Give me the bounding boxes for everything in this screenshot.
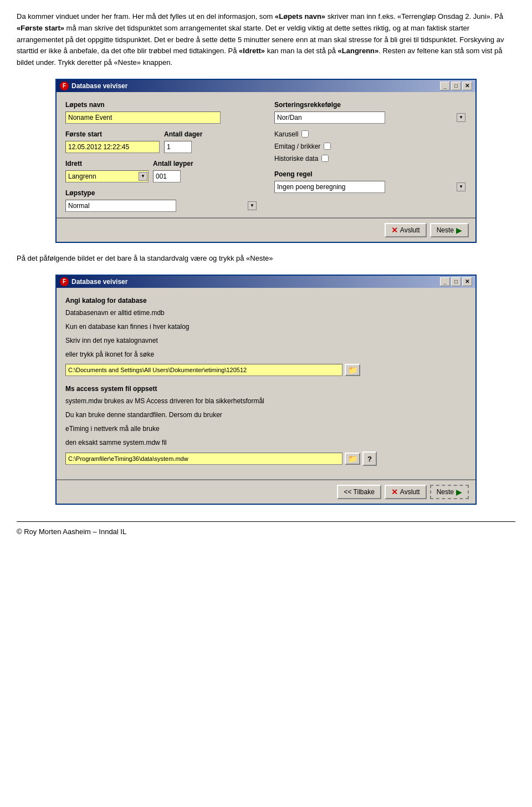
dialog1-wrapper: F Database veiviser _ □ ✕ Løpets navn	[55, 79, 477, 243]
titlebar-left: F Database veiviser	[60, 81, 127, 91]
restore-button[interactable]: □	[451, 82, 461, 90]
dialog2-restore-button[interactable]: □	[451, 277, 461, 286]
dialog2-cancel-button[interactable]: ✕ Avslutt	[385, 485, 427, 499]
dialog1-footer: ✕ Avslutt Neste ▶	[57, 217, 475, 242]
antall-dager-input[interactable]	[164, 141, 192, 153]
msaccess-line1: system.mdw brukes av MS Access driveren …	[65, 396, 467, 407]
lopets-navn-input[interactable]	[65, 111, 221, 124]
dialog2-wrapper: F Database veiviser _ □ ✕ Angi katalog f…	[55, 275, 477, 505]
copyright-section: © Roy Morten Aasheim – Inndal IL	[17, 521, 515, 537]
dialog2: F Database veiviser _ □ ✕ Angi katalog f…	[55, 275, 477, 505]
between-paragraph: På det påfølgende bildet er det bare å l…	[17, 253, 515, 265]
dialog2-title-icon: F	[60, 277, 69, 286]
dialog2-titlebar-left: F Database veiviser	[60, 277, 127, 287]
dialog2-cancel-icon: ✕	[391, 488, 398, 496]
idrett-select-wrapper: Langrenn ▼	[65, 170, 149, 182]
browse-mdw-button[interactable]: 📁	[345, 453, 360, 465]
copyright-text: © Roy Morten Aasheim – Inndal IL	[17, 527, 126, 536]
idrett-loper-row: Idrett Langrenn ▼ Antall løyper	[65, 159, 258, 182]
minimize-button[interactable]: _	[440, 82, 450, 90]
para1-cont3: kan man la det stå på	[265, 47, 338, 55]
dialog2-next-button[interactable]: Neste ▶	[430, 485, 469, 499]
catalog-line4: eller trykk på ikonet for å søke	[65, 349, 467, 360]
catalog-line2: Kun en database kan finnes i hver katalo…	[65, 322, 467, 332]
dialog1-title: Database veiviser	[71, 81, 127, 91]
msaccess-section: Ms access system fil oppsett system.mdw …	[65, 384, 467, 466]
dialog2-back-label: << Tilbake	[344, 488, 374, 496]
lostype-select-arrow: ▼	[248, 201, 257, 210]
idrett-label: Idrett	[65, 159, 149, 169]
forste-start-input[interactable]	[65, 141, 160, 153]
title-icon: F	[60, 82, 69, 90]
dialog1-titlebar: F Database veiviser _ □ ✕	[57, 80, 475, 92]
form-columns: Løpets navn Første start Antall dager	[65, 100, 467, 212]
path1-row: 📁	[65, 364, 467, 376]
msaccess-line2: Du kan bruke denne standardfilen. Dersom…	[65, 410, 467, 420]
antall-loper-input[interactable]	[153, 170, 181, 182]
antall-dager-group: Antall dager	[164, 129, 202, 153]
dialog1: F Database veiviser _ □ ✕ Løpets navn	[55, 79, 477, 243]
dialog1-body: Løpets navn Første start Antall dager	[57, 92, 475, 217]
lostype-group: Løpstype Normal ▼	[65, 188, 258, 212]
dialog2-close-button[interactable]: ✕	[462, 277, 472, 286]
next-icon: ▶	[456, 226, 462, 235]
dialog2-body: Angi katalog for database Databasenavn e…	[57, 288, 475, 480]
historiske-checkbox[interactable]	[321, 155, 329, 162]
idrett-select[interactable]: Langrenn	[65, 170, 149, 182]
karusell-checkbox[interactable]	[301, 130, 309, 138]
dialog2-minimize-button[interactable]: _	[440, 277, 450, 286]
lostype-select[interactable]: Normal	[65, 200, 176, 212]
dialog1-next-button[interactable]: Neste ▶	[430, 223, 469, 237]
poeng-group: Poeng regel Ingen poeng beregning ▼	[274, 169, 467, 193]
dialog2-titlebar-buttons[interactable]: _ □ ✕	[440, 277, 472, 286]
sortering-select[interactable]: Nor/Dan	[274, 111, 385, 124]
dialog2-title: Database veiviser	[71, 277, 127, 287]
catalog-line3: Skriv inn det nye katalognavnet	[65, 336, 467, 346]
poeng-select[interactable]: Ingen poeng beregning	[274, 181, 385, 193]
para2-text: På det påfølgende bildet er det bare å l…	[17, 253, 515, 265]
lopets-navn-group: Løpets navn	[65, 100, 258, 124]
idrett-group: Idrett Langrenn ▼	[65, 159, 149, 182]
cancel-icon: ✕	[391, 226, 398, 235]
lostype-label: Løpstype	[65, 188, 258, 198]
dialog1-cancel-label: Avslutt	[400, 226, 420, 234]
browse-folder-button[interactable]: 📁	[345, 364, 360, 376]
lostype-select-wrapper: Normal ▼	[65, 200, 258, 212]
catalog-section: Angi katalog for database Databasenavn e…	[65, 296, 467, 376]
historiske-row: Historiske data	[274, 154, 467, 164]
right-column: Sorteringsrekkefølge Nor/Dan ▼ Karusell	[274, 100, 467, 212]
dialog2-footer: << Tilbake ✕ Avslutt Neste ▶	[57, 479, 475, 504]
forste-start-bold: «Første start»	[17, 24, 64, 32]
dialog2-next-label: Neste	[437, 488, 454, 496]
help-button[interactable]: ?	[362, 451, 377, 466]
left-column: Løpets navn Første start Antall dager	[65, 100, 258, 212]
titlebar-buttons[interactable]: _ □ ✕	[440, 82, 472, 90]
dialog2-back-button[interactable]: << Tilbake	[337, 485, 381, 499]
poeng-select-wrapper: Ingen poeng beregning ▼	[274, 181, 467, 193]
path2-input[interactable]	[65, 453, 342, 465]
langrenn-bold: «Langrenn»	[338, 47, 379, 55]
dialog2-titlebar: F Database veiviser _ □ ✕	[57, 276, 475, 288]
catalog-section-title: Angi katalog for database	[65, 296, 467, 306]
emitag-row: Emitag / brikker	[274, 141, 467, 151]
dialog2-next-icon: ▶	[456, 488, 462, 496]
karusell-row: Karusell	[274, 129, 467, 139]
emitag-checkbox[interactable]	[324, 143, 331, 150]
historiske-label: Historiske data	[274, 154, 318, 164]
para1-text: Da kommer vinduet under her fram. Her må…	[17, 12, 275, 21]
lopets-navn-label: Løpets navn	[65, 100, 258, 110]
lopets-navn-bold: «Løpets navn»	[275, 12, 325, 21]
para1-cont: skriver man inn f.eks. «Terrengløp Onsda…	[325, 12, 503, 21]
intro-paragraph: Da kommer vinduet under her fram. Her må…	[17, 11, 515, 69]
poeng-label: Poeng regel	[274, 169, 467, 179]
poeng-select-arrow: ▼	[457, 182, 466, 191]
antall-loper-group: Antall løyper	[153, 159, 193, 182]
forste-start-label: Første start	[65, 129, 160, 139]
dialog1-cancel-button[interactable]: ✕ Avslutt	[385, 223, 427, 237]
sortering-group: Sorteringsrekkefølge Nor/Dan ▼	[274, 100, 467, 124]
dialog2-cancel-label: Avslutt	[400, 488, 420, 496]
path1-input[interactable]	[65, 364, 342, 376]
sortering-label: Sorteringsrekkefølge	[274, 100, 467, 110]
close-button[interactable]: ✕	[462, 82, 472, 90]
sortering-select-arrow: ▼	[457, 113, 466, 122]
